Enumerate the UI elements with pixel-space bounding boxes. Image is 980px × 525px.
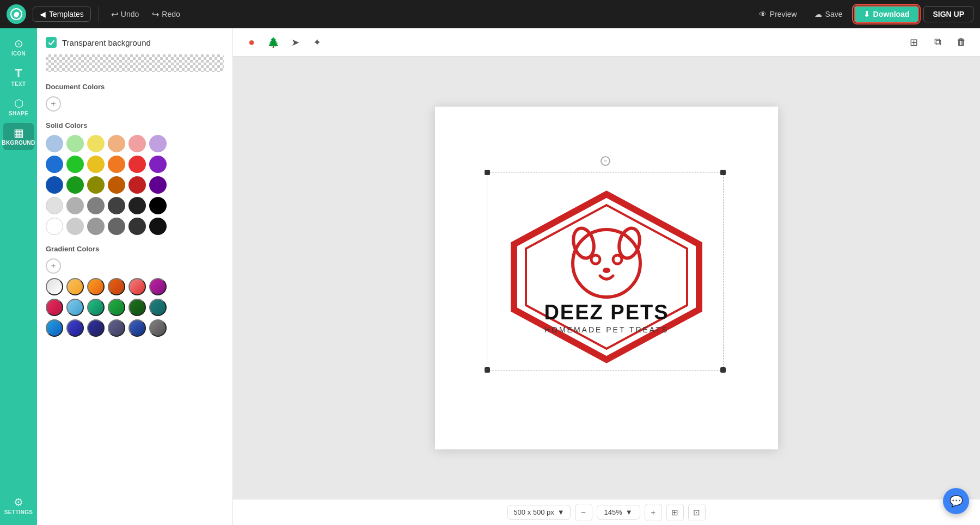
- transparent-bg-checkbox[interactable]: [46, 37, 57, 48]
- solid-color-swatch[interactable]: [87, 135, 105, 152]
- solid-color-swatch[interactable]: [66, 176, 84, 194]
- color-picker-button[interactable]: ●: [242, 33, 261, 52]
- solid-color-swatch[interactable]: [108, 176, 125, 194]
- gradient-color-swatch[interactable]: [46, 319, 63, 337]
- effects-button[interactable]: ✦: [307, 33, 327, 52]
- solid-color-swatch[interactable]: [108, 197, 125, 214]
- app-logo[interactable]: [7, 4, 26, 24]
- solid-color-swatch[interactable]: [149, 176, 167, 194]
- handle-topright[interactable]: [720, 170, 726, 175]
- fit-icon: ⊡: [693, 508, 700, 517]
- gradient-color-swatch[interactable]: [87, 299, 105, 316]
- topbar: ◀ Templates ↩ Undo ↪ Redo 👁 Preview ☁ Sa…: [0, 0, 980, 28]
- solid-color-swatch[interactable]: [108, 156, 125, 173]
- svg-point-3: [573, 230, 640, 297]
- size-selector[interactable]: 500 x 500 px ▼: [507, 505, 570, 520]
- sidebar-item-background[interactable]: ▦ BKGROUND: [3, 123, 34, 150]
- add-gradient-color-button[interactable]: +: [46, 258, 61, 274]
- gradient-color-swatch[interactable]: [46, 278, 63, 295]
- sidebar-item-settings-label: SETTINGS: [4, 509, 33, 515]
- cloud-icon: ☁: [814, 10, 822, 18]
- redo-button[interactable]: ↪ Redo: [148, 7, 184, 22]
- preview-button[interactable]: 👁 Preview: [752, 7, 804, 22]
- solid-color-swatch[interactable]: [149, 156, 167, 173]
- solid-color-swatch[interactable]: [128, 156, 146, 173]
- gradient-color-swatch[interactable]: [66, 278, 84, 295]
- solid-color-swatch[interactable]: [66, 156, 84, 173]
- gradient-color-swatch[interactable]: [108, 278, 125, 295]
- arrange-button[interactable]: 🌲: [264, 33, 283, 52]
- chat-bubble-button[interactable]: 💬: [943, 488, 969, 514]
- solid-color-swatch[interactable]: [149, 135, 167, 152]
- grid-icon: ⊞: [671, 508, 678, 517]
- solid-color-swatch[interactable]: [87, 156, 105, 173]
- delete-button[interactable]: 🗑: [952, 33, 971, 52]
- gradient-color-swatch[interactable]: [66, 319, 84, 337]
- sidebar-item-settings[interactable]: ⚙ SETTINGS: [3, 492, 34, 520]
- canvas-area: ● 🌲 ➤ ✦ ⊞ ⧉ 🗑: [233, 28, 980, 525]
- solid-color-swatch[interactable]: [87, 176, 105, 194]
- redo-label: Redo: [162, 10, 180, 18]
- gradient-color-swatch[interactable]: [66, 299, 84, 316]
- grid-button[interactable]: ⊞: [666, 504, 684, 521]
- gradient-color-swatch[interactable]: [128, 278, 146, 295]
- gradient-color-swatch[interactable]: [108, 319, 125, 337]
- solid-color-swatch[interactable]: [128, 197, 146, 214]
- layers-button[interactable]: ⊞: [904, 33, 923, 52]
- solid-color-swatch[interactable]: [66, 135, 84, 152]
- plus-icon: +: [651, 508, 656, 517]
- gradient-color-swatch[interactable]: [46, 299, 63, 316]
- sidebar-item-text[interactable]: T TEXT: [3, 63, 34, 91]
- rotate-handle[interactable]: ○: [601, 156, 610, 166]
- gradient-color-swatch[interactable]: [108, 299, 125, 316]
- solid-color-swatch[interactable]: [46, 197, 63, 214]
- solid-color-swatch[interactable]: [128, 176, 146, 194]
- flip-button[interactable]: ➤: [285, 33, 305, 52]
- gradient-color-swatch[interactable]: [128, 319, 146, 337]
- gradient-color-swatch[interactable]: [149, 299, 167, 316]
- solid-color-swatch[interactable]: [87, 197, 105, 214]
- gradient-color-swatch[interactable]: [87, 278, 105, 295]
- solid-color-swatch[interactable]: [128, 135, 146, 152]
- gradient-color-swatch[interactable]: [149, 319, 167, 337]
- fit-button[interactable]: ⊡: [688, 504, 706, 521]
- sidebar-item-background-label: BKGROUND: [2, 140, 35, 146]
- checker-preview: [46, 54, 224, 72]
- solid-color-swatch[interactable]: [149, 218, 167, 235]
- zoom-display[interactable]: 145% ▼: [597, 505, 640, 520]
- add-document-color-button[interactable]: +: [46, 96, 61, 112]
- canvas-scroll[interactable]: ○: [233, 57, 980, 499]
- download-button[interactable]: ⬇ Download: [854, 5, 920, 23]
- templates-button[interactable]: ◀ Templates: [33, 7, 91, 22]
- gradient-color-swatch[interactable]: [128, 299, 146, 316]
- undo-button[interactable]: ↩ Undo: [107, 7, 143, 22]
- solid-color-swatch[interactable]: [108, 218, 125, 235]
- solid-color-swatch[interactable]: [46, 218, 63, 235]
- solid-color-swatch[interactable]: [128, 218, 146, 235]
- solid-color-swatch[interactable]: [46, 156, 63, 173]
- handle-bottomright[interactable]: [720, 367, 726, 373]
- signup-button[interactable]: SIGN UP: [923, 6, 973, 22]
- save-button[interactable]: ☁ Save: [808, 7, 849, 22]
- gradient-color-swatch[interactable]: [149, 278, 167, 295]
- solid-color-swatch[interactable]: [46, 135, 63, 152]
- zoom-out-button[interactable]: −: [575, 504, 592, 521]
- bottom-bar: 500 x 500 px ▼ − 145% ▼ + ⊞ ⊡: [233, 499, 980, 525]
- handle-topleft[interactable]: [485, 170, 490, 175]
- solid-color-swatch[interactable]: [46, 176, 63, 194]
- zoom-in-button[interactable]: +: [645, 504, 662, 521]
- solid-color-swatch[interactable]: [66, 218, 84, 235]
- signup-label: SIGN UP: [933, 10, 964, 18]
- copy-button[interactable]: ⧉: [928, 33, 947, 52]
- solid-color-swatch[interactable]: [66, 197, 84, 214]
- sidebar-item-shape[interactable]: ⬡ SHAPE: [3, 94, 34, 121]
- solid-color-swatch[interactable]: [108, 135, 125, 152]
- main-area: ⊙ ICON T TEXT ⬡ SHAPE ▦ BKGROUND ⚙ SETTI…: [0, 28, 980, 525]
- sidebar-item-icon[interactable]: ⊙ ICON: [3, 34, 34, 61]
- document-colors-add-row: +: [46, 96, 224, 112]
- solid-color-swatch[interactable]: [87, 218, 105, 235]
- gradient-color-swatch[interactable]: [87, 319, 105, 337]
- solid-color-swatch[interactable]: [149, 197, 167, 214]
- handle-bottomleft[interactable]: [485, 367, 490, 373]
- left-panel: Transparent background Document Colors +…: [37, 28, 233, 525]
